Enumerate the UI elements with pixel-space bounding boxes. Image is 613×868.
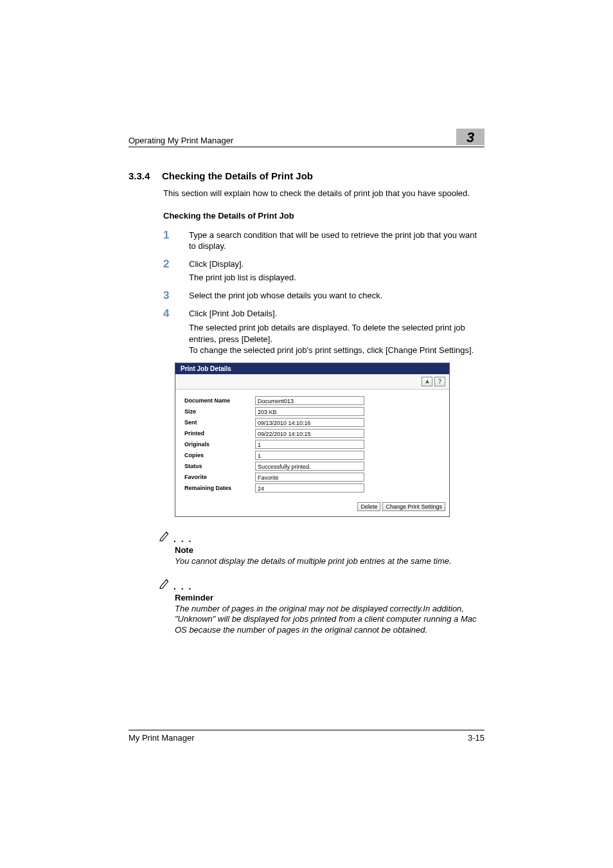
- step-number: 2: [163, 258, 189, 284]
- footer-page-number: 3-15: [468, 733, 484, 743]
- print-job-details-panel: Print Job Details ? Document NameDocumen…: [175, 363, 484, 517]
- running-title: Operating My Print Manager: [129, 136, 233, 145]
- chapter-badge: 3: [456, 129, 484, 145]
- note-icon: . . .: [158, 530, 481, 544]
- field-row: Sent09/13/2010 14:10:16: [184, 418, 440, 427]
- section-heading: 3.3.4Checking the Details of Print Job: [129, 170, 484, 181]
- field-label: Originals: [184, 441, 255, 448]
- reminder-text: The number of pages in the original may …: [175, 604, 484, 637]
- field-value: 24: [255, 484, 364, 493]
- step: 1 Type a search condition that will be u…: [163, 230, 484, 252]
- field-row: FavoriteFavorite: [184, 473, 440, 482]
- field-value: Successfully printed.: [255, 462, 364, 471]
- panel-title: Print Job Details: [175, 363, 449, 374]
- field-label: Size: [184, 408, 255, 415]
- field-value: Favorite: [255, 473, 364, 482]
- field-value: 09/13/2010 14:10:16: [255, 418, 364, 427]
- step-body: Select the print job whose details you w…: [189, 290, 484, 302]
- reminder-block: . . . Reminder The number of pages in th…: [162, 577, 484, 637]
- field-row: Copies1: [184, 451, 440, 460]
- step: 3 Select the print job whose details you…: [163, 290, 484, 302]
- field-value: 1: [255, 451, 364, 460]
- change-print-settings-button[interactable]: Change Print Settings: [382, 502, 445, 511]
- up-icon[interactable]: [422, 377, 432, 386]
- step: 2 Click [Display]. The print job list is…: [163, 258, 484, 284]
- field-label: Printed: [184, 430, 255, 437]
- step-body: Click [Display].: [189, 258, 484, 270]
- field-label: Favorite: [184, 474, 255, 480]
- note-title: Note: [175, 545, 484, 555]
- note-icon: . . .: [158, 577, 481, 592]
- field-label: Status: [184, 463, 255, 469]
- section-title: Checking the Details of Print Job: [162, 170, 313, 181]
- section-number: 3.3.4: [129, 170, 162, 181]
- field-value: 203 KB: [255, 407, 364, 416]
- step-number: 3: [163, 290, 189, 302]
- help-icon[interactable]: ?: [434, 377, 445, 386]
- field-value: 09/22/2010 14:10:15: [255, 429, 364, 438]
- field-row: Originals1: [184, 440, 440, 449]
- step-extra: The selected print job details are displ…: [189, 322, 484, 356]
- chapter-number: 3: [466, 129, 474, 146]
- field-value: Document013: [255, 396, 364, 405]
- note-text: You cannot display the details of multip…: [175, 556, 484, 567]
- step: 4 Click [Print Job Details]. The selecte…: [163, 308, 484, 356]
- field-value: 1: [255, 440, 364, 449]
- step-number: 1: [163, 230, 189, 252]
- field-label: Sent: [184, 419, 255, 426]
- field-row: Printed09/22/2010 14:10:15: [184, 429, 440, 438]
- field-label: Document Name: [184, 397, 255, 404]
- field-row: StatusSuccessfully printed.: [184, 462, 440, 471]
- step-body: Type a search condition that will be use…: [189, 230, 484, 252]
- page-header: Operating My Print Manager 3: [129, 129, 484, 147]
- step-body: Click [Print Job Details].: [189, 308, 484, 320]
- page-footer: My Print Manager 3-15: [129, 730, 484, 743]
- field-row: Document NameDocument013: [184, 396, 440, 405]
- field-label: Copies: [184, 452, 255, 458]
- step-extra: The print job list is displayed.: [189, 272, 484, 284]
- step-number: 4: [163, 308, 189, 356]
- reminder-title: Reminder: [175, 593, 484, 602]
- section-intro: This section will explain how to check t…: [163, 188, 484, 199]
- delete-button[interactable]: Delete: [357, 502, 380, 511]
- field-row: Size203 KB: [184, 407, 440, 416]
- note-block: . . . Note You cannot display the detail…: [162, 530, 484, 567]
- field-label: Remaining Dates: [184, 485, 255, 491]
- panel-toolbar: ?: [175, 374, 449, 390]
- sub-heading: Checking the Details of Print Job: [163, 211, 484, 221]
- field-row: Remaining Dates24: [184, 484, 440, 493]
- footer-left: My Print Manager: [129, 733, 195, 743]
